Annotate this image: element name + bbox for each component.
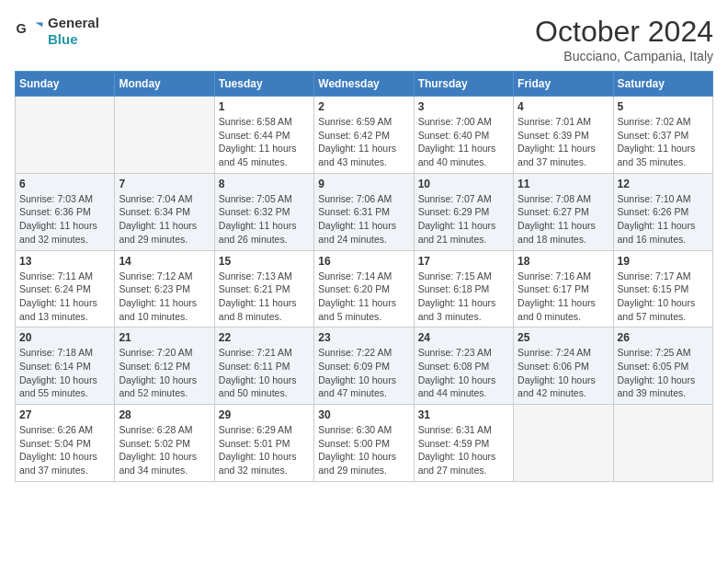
calendar-week-row: 20Sunrise: 7:18 AM Sunset: 6:14 PM Dayli… (16, 327, 713, 405)
calendar-cell: 17Sunrise: 7:15 AM Sunset: 6:18 PM Dayli… (414, 250, 513, 327)
calendar-cell: 20Sunrise: 7:18 AM Sunset: 6:14 PM Dayli… (16, 327, 115, 405)
calendar-cell: 24Sunrise: 7:23 AM Sunset: 6:08 PM Dayli… (414, 327, 513, 405)
page-header: G General Blue October 2024 Bucciano, Ca… (15, 15, 713, 63)
title-block: October 2024 Bucciano, Campania, Italy (535, 15, 713, 63)
day-info: Sunrise: 6:26 AM Sunset: 5:04 PM Dayligh… (19, 423, 110, 477)
calendar-cell: 30Sunrise: 6:30 AM Sunset: 5:00 PM Dayli… (314, 405, 414, 482)
calendar-cell: 31Sunrise: 6:31 AM Sunset: 4:59 PM Dayli… (414, 405, 513, 482)
calendar-cell: 7Sunrise: 7:04 AM Sunset: 6:34 PM Daylig… (115, 173, 214, 250)
day-number: 29 (219, 408, 310, 421)
calendar-week-row: 27Sunrise: 6:26 AM Sunset: 5:04 PM Dayli… (16, 405, 713, 482)
day-number: 4 (518, 100, 609, 113)
column-header-thursday: Thursday (414, 72, 513, 97)
calendar-cell: 11Sunrise: 7:08 AM Sunset: 6:27 PM Dayli… (514, 173, 613, 250)
day-number: 17 (418, 255, 509, 268)
calendar-cell (514, 405, 613, 482)
day-number: 25 (518, 331, 609, 344)
column-header-saturday: Saturday (613, 72, 712, 97)
calendar-cell: 13Sunrise: 7:11 AM Sunset: 6:24 PM Dayli… (16, 250, 115, 327)
column-header-monday: Monday (115, 72, 214, 97)
day-number: 30 (318, 408, 409, 421)
svg-marker-1 (35, 22, 42, 27)
day-number: 22 (219, 331, 310, 344)
calendar-cell: 9Sunrise: 7:06 AM Sunset: 6:31 PM Daylig… (314, 173, 414, 250)
calendar-cell: 16Sunrise: 7:14 AM Sunset: 6:20 PM Dayli… (314, 250, 414, 327)
day-info: Sunrise: 7:08 AM Sunset: 6:27 PM Dayligh… (518, 192, 609, 247)
logo: G General Blue (15, 15, 99, 48)
day-info: Sunrise: 7:22 AM Sunset: 6:09 PM Dayligh… (318, 346, 409, 400)
day-info: Sunrise: 7:15 AM Sunset: 6:18 PM Dayligh… (418, 270, 509, 324)
calendar-cell: 28Sunrise: 6:28 AM Sunset: 5:02 PM Dayli… (115, 405, 214, 482)
day-info: Sunrise: 7:05 AM Sunset: 6:32 PM Dayligh… (219, 192, 310, 247)
column-header-tuesday: Tuesday (214, 72, 313, 97)
day-info: Sunrise: 7:12 AM Sunset: 6:23 PM Dayligh… (119, 270, 210, 324)
calendar-cell: 5Sunrise: 7:02 AM Sunset: 6:37 PM Daylig… (613, 97, 712, 174)
svg-text:G: G (17, 21, 27, 36)
day-info: Sunrise: 6:58 AM Sunset: 6:44 PM Dayligh… (219, 115, 310, 169)
day-info: Sunrise: 7:18 AM Sunset: 6:14 PM Dayligh… (19, 346, 110, 400)
day-info: Sunrise: 7:00 AM Sunset: 6:40 PM Dayligh… (418, 115, 509, 169)
day-number: 7 (119, 178, 210, 190)
day-number: 9 (318, 178, 409, 190)
logo-line1: General (48, 15, 99, 31)
day-number: 5 (618, 100, 709, 113)
calendar-cell: 8Sunrise: 7:05 AM Sunset: 6:32 PM Daylig… (214, 173, 313, 250)
logo-icon: G (15, 17, 44, 46)
day-info: Sunrise: 7:20 AM Sunset: 6:12 PM Dayligh… (119, 346, 210, 400)
day-info: Sunrise: 7:06 AM Sunset: 6:31 PM Dayligh… (318, 192, 409, 247)
day-number: 31 (418, 408, 509, 421)
calendar-week-row: 6Sunrise: 7:03 AM Sunset: 6:36 PM Daylig… (16, 173, 713, 250)
day-number: 18 (518, 255, 609, 268)
logo-line2: Blue (48, 31, 99, 48)
day-number: 19 (618, 255, 709, 268)
calendar-header-row: SundayMondayTuesdayWednesdayThursdayFrid… (16, 72, 713, 97)
calendar-cell: 14Sunrise: 7:12 AM Sunset: 6:23 PM Dayli… (115, 250, 214, 327)
day-info: Sunrise: 7:01 AM Sunset: 6:39 PM Dayligh… (518, 115, 609, 169)
day-info: Sunrise: 7:03 AM Sunset: 6:36 PM Dayligh… (19, 192, 110, 247)
column-header-sunday: Sunday (16, 72, 115, 97)
calendar-cell: 25Sunrise: 7:24 AM Sunset: 6:06 PM Dayli… (514, 327, 613, 405)
day-number: 26 (618, 331, 709, 344)
day-info: Sunrise: 6:28 AM Sunset: 5:02 PM Dayligh… (119, 423, 210, 477)
calendar-week-row: 1Sunrise: 6:58 AM Sunset: 6:44 PM Daylig… (16, 97, 713, 174)
day-number: 1 (219, 100, 310, 113)
day-number: 23 (318, 331, 409, 344)
day-number: 15 (219, 255, 310, 268)
day-number: 20 (19, 331, 110, 344)
calendar-cell: 12Sunrise: 7:10 AM Sunset: 6:26 PM Dayli… (613, 173, 712, 250)
calendar-cell: 2Sunrise: 6:59 AM Sunset: 6:42 PM Daylig… (314, 97, 414, 174)
day-number: 27 (19, 408, 110, 421)
calendar-cell: 1Sunrise: 6:58 AM Sunset: 6:44 PM Daylig… (214, 97, 313, 174)
calendar-cell: 4Sunrise: 7:01 AM Sunset: 6:39 PM Daylig… (514, 97, 613, 174)
day-number: 6 (19, 178, 110, 190)
day-info: Sunrise: 7:10 AM Sunset: 6:26 PM Dayligh… (618, 192, 709, 247)
day-info: Sunrise: 7:23 AM Sunset: 6:08 PM Dayligh… (418, 346, 509, 400)
day-info: Sunrise: 6:59 AM Sunset: 6:42 PM Dayligh… (318, 115, 409, 169)
day-number: 12 (618, 178, 709, 190)
calendar-cell: 22Sunrise: 7:21 AM Sunset: 6:11 PM Dayli… (214, 327, 313, 405)
day-number: 28 (119, 408, 210, 421)
calendar-cell: 23Sunrise: 7:22 AM Sunset: 6:09 PM Dayli… (314, 327, 414, 405)
column-header-friday: Friday (514, 72, 613, 97)
day-info: Sunrise: 7:24 AM Sunset: 6:06 PM Dayligh… (518, 346, 609, 400)
day-info: Sunrise: 7:16 AM Sunset: 6:17 PM Dayligh… (518, 270, 609, 324)
day-number: 21 (119, 331, 210, 344)
calendar-cell: 15Sunrise: 7:13 AM Sunset: 6:21 PM Dayli… (214, 250, 313, 327)
calendar-cell (613, 405, 712, 482)
calendar-cell: 3Sunrise: 7:00 AM Sunset: 6:40 PM Daylig… (414, 97, 513, 174)
calendar-cell (115, 97, 214, 174)
calendar-cell: 10Sunrise: 7:07 AM Sunset: 6:29 PM Dayli… (414, 173, 513, 250)
day-info: Sunrise: 7:21 AM Sunset: 6:11 PM Dayligh… (219, 346, 310, 400)
day-number: 13 (19, 255, 110, 268)
day-info: Sunrise: 7:11 AM Sunset: 6:24 PM Dayligh… (19, 270, 110, 324)
logo-text: General Blue (48, 15, 99, 48)
calendar-cell: 6Sunrise: 7:03 AM Sunset: 6:36 PM Daylig… (16, 173, 115, 250)
main-title: October 2024 (535, 15, 713, 49)
subtitle: Bucciano, Campania, Italy (535, 49, 713, 63)
day-info: Sunrise: 6:30 AM Sunset: 5:00 PM Dayligh… (318, 423, 409, 477)
day-info: Sunrise: 6:29 AM Sunset: 5:01 PM Dayligh… (219, 423, 310, 477)
day-number: 11 (518, 178, 609, 190)
calendar-cell (16, 97, 115, 174)
calendar-table: SundayMondayTuesdayWednesdayThursdayFrid… (15, 71, 713, 482)
day-info: Sunrise: 6:31 AM Sunset: 4:59 PM Dayligh… (418, 423, 509, 477)
